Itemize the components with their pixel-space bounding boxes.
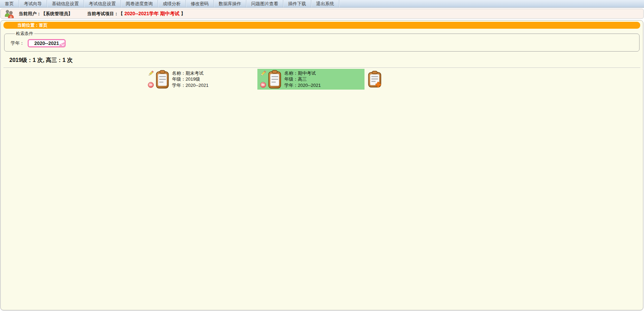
- bracket-open: 【: [119, 11, 123, 16]
- search-conditions-fieldset: 检索条件 学年： 2020--2021: [4, 31, 640, 52]
- menu-item-database-operations[interactable]: 数据库操作: [214, 0, 246, 7]
- menu-item-problem-image-view[interactable]: 问题图片查看: [246, 0, 283, 7]
- main-content: 当前位置：首页 检索条件 学年： 2020--2021 2019级：1 次, 高…: [0, 20, 643, 310]
- delete-minus-icon[interactable]: [148, 82, 154, 88]
- current-project-value: 2020--2021学年 期中考试: [123, 11, 181, 16]
- exam-grade: 年级：2019级: [172, 76, 209, 82]
- exam-year: 学年：2020--2021: [284, 82, 321, 89]
- exam-grade: 年级：高三: [284, 76, 321, 82]
- edit-pencil-icon[interactable]: [148, 70, 154, 77]
- year-label: 学年：: [11, 40, 24, 46]
- year-filter-row: 学年： 2020--2021: [9, 39, 635, 47]
- menu-item-exam-info-settings[interactable]: 考试信息设置: [84, 0, 121, 7]
- exam-card-selected[interactable]: 名称：期中考试 年级：高三 学年：2020--2021: [257, 69, 364, 90]
- exam-name: 名称：期中考试: [284, 70, 321, 76]
- menu-item-exam-wizard[interactable]: 考试向导: [19, 0, 47, 7]
- menu-item-plugin-download[interactable]: 插件下载: [283, 0, 311, 7]
- delete-minus-icon[interactable]: [260, 82, 266, 88]
- edit-pencil-icon[interactable]: [260, 70, 266, 77]
- current-user-value: 【系统管理员】: [41, 11, 73, 16]
- exam-card-text: 名称：期中考试 年级：高三 学年：2020--2021: [284, 70, 321, 89]
- exam-card-actions: [148, 70, 154, 88]
- top-menu-bar: 首页 考试向导 基础信息设置 考试信息设置 阅卷进度查询 成绩分析 修改密码 数…: [0, 0, 644, 8]
- breadcrumb-location-bar: 当前位置：首页: [3, 22, 640, 29]
- exam-count-summary: 2019级：1 次, 高三：1 次: [9, 57, 643, 64]
- menu-item-home[interactable]: 首页: [0, 0, 19, 7]
- current-project-label: 当前考试项目：: [87, 11, 119, 16]
- exam-card-actions: [260, 70, 266, 88]
- menu-item-change-password[interactable]: 修改密码: [186, 0, 214, 7]
- divider-line: [3, 67, 640, 68]
- school-year-select[interactable]: 2020--2021: [28, 39, 66, 47]
- clipboard-icon: [268, 70, 281, 89]
- chevron-down-icon: [59, 42, 65, 47]
- clipboard-add-icon[interactable]: [368, 71, 382, 88]
- current-user: 当前用户：【系统管理员】: [19, 11, 73, 17]
- current-user-label: 当前用户：: [19, 11, 41, 16]
- search-conditions-legend: 检索条件: [15, 31, 34, 37]
- menu-item-marking-progress[interactable]: 阅卷进度查询: [121, 0, 158, 7]
- menu-item-logout[interactable]: 退出系统: [311, 0, 339, 7]
- exam-year: 学年：2020--2021: [172, 82, 209, 89]
- school-year-value: 2020--2021: [34, 40, 59, 46]
- clipboard-icon: [156, 70, 169, 89]
- menu-item-basic-info-settings[interactable]: 基础信息设置: [47, 0, 84, 7]
- exam-name: 名称：期末考试: [172, 70, 209, 76]
- bracket-close: 】: [181, 11, 186, 16]
- users-group-icon: [4, 9, 15, 18]
- menu-item-score-analysis[interactable]: 成绩分析: [158, 0, 186, 7]
- current-exam-project: 当前考试项目：【2020--2021学年 期中考试】: [87, 11, 186, 17]
- user-status-bar: 当前用户：【系统管理员】 当前考试项目：【2020--2021学年 期中考试】: [0, 9, 644, 19]
- exam-card-text: 名称：期末考试 年级：2019级 学年：2020--2021: [172, 70, 209, 89]
- exam-card[interactable]: 名称：期末考试 年级：2019级 学年：2020--2021: [145, 69, 252, 90]
- exam-cards-row: 名称：期末考试 年级：2019级 学年：2020--2021: [145, 69, 382, 90]
